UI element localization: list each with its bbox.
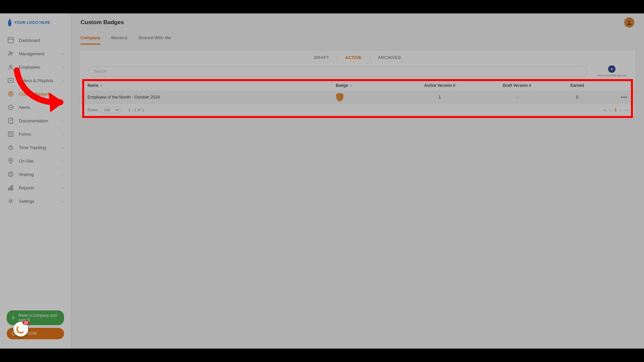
play-icon: [7, 77, 14, 84]
table-header: Name▾ Badge▾ Active Version # Draft Vers…: [79, 80, 636, 90]
sidebar-item-label: Videos & Playlists: [19, 78, 62, 83]
nav: Dashboard Management › Employees › Video…: [0, 32, 71, 306]
main-content: Custom Badges Company Mastery Shared Wit…: [71, 13, 644, 349]
chevron-right-icon: ›: [62, 51, 66, 56]
sidebar-item-reports[interactable]: Reports ›: [0, 181, 71, 194]
badge-icon: [7, 90, 14, 97]
divider: |: [369, 55, 370, 60]
cell-draft-version: -: [477, 95, 557, 100]
sidebar-item-label: Time Tracking: [19, 145, 62, 150]
col-badge-header[interactable]: Badge▾: [336, 83, 403, 88]
shield-icon: [336, 93, 344, 102]
svg-rect-25: [8, 188, 9, 190]
flame-icon: [7, 18, 12, 26]
sidebar-item-label: Employees: [19, 65, 62, 70]
sidebar-item-label: Forms: [19, 132, 62, 137]
pager-last-button[interactable]: »: [625, 107, 628, 113]
more-actions-button[interactable]: •••: [621, 95, 628, 100]
chart-icon: [7, 184, 14, 191]
pager-current-page: 1: [614, 108, 617, 112]
sidebar-item-dashboard[interactable]: Dashboard: [0, 34, 71, 47]
dollar-icon: $: [11, 315, 16, 321]
tabs: Company Mastery Shared With Me: [71, 32, 644, 45]
tab-mastery[interactable]: Mastery: [111, 35, 127, 45]
range-text: 1 - 1 of 1: [128, 108, 144, 112]
svg-point-28: [10, 200, 12, 202]
sidebar: YOUR LOGO HERE Dashboard Management › Em…: [0, 13, 71, 349]
clock-icon: [7, 144, 14, 151]
chevron-right-icon: ›: [62, 118, 66, 123]
logo: YOUR LOGO HERE: [0, 13, 71, 32]
col-earned-header[interactable]: Earned: [557, 83, 597, 88]
sidebar-item-videos[interactable]: Videos & Playlists ›: [0, 74, 71, 87]
users-icon: [7, 50, 14, 57]
svg-point-3: [11, 52, 13, 54]
dashboard-icon: [7, 37, 14, 44]
logo-text: YOUR LOGO HERE: [14, 20, 50, 24]
rows-per-page-select[interactable]: 100: [101, 107, 120, 113]
add-custom-badge-button[interactable]: + ADD CUSTOM BADGE: [597, 65, 627, 77]
avatar[interactable]: [624, 17, 635, 28]
pager: Rows: 100 1 - 1 of 1 « ‹ 1 › »: [79, 104, 636, 116]
status-archived[interactable]: ARCHIVED: [378, 55, 401, 60]
sidebar-item-on-site[interactable]: On-Site ›: [0, 154, 71, 168]
page-title: Custom Badges: [80, 19, 624, 26]
cell-badge: [336, 93, 403, 102]
tab-company[interactable]: Company: [80, 35, 100, 45]
divider: |: [336, 55, 338, 60]
share-icon: [7, 171, 14, 178]
spinner-icon: [16, 325, 25, 334]
pager-first-button[interactable]: «: [603, 107, 606, 113]
svg-rect-27: [12, 185, 13, 190]
sidebar-item-forms[interactable]: Forms ›: [0, 127, 71, 141]
person-icon: [7, 64, 14, 70]
sidebar-item-custom-badges[interactable]: Custom Badges: [0, 87, 71, 101]
col-draft-version-header[interactable]: Draft Version #: [477, 83, 557, 88]
loading-spinner: 22: [13, 322, 28, 337]
chevron-right-icon: ›: [62, 185, 66, 190]
sidebar-item-settings[interactable]: Settings ›: [0, 194, 71, 208]
svg-rect-10: [9, 118, 13, 123]
status-draft[interactable]: DRAFT: [314, 55, 329, 60]
refer-button[interactable]: $ Refer a company and earn $: [7, 310, 64, 325]
sidebar-item-alerts[interactable]: Alerts ›: [0, 101, 71, 114]
form-icon: [7, 131, 14, 137]
sidebar-item-time-tracking[interactable]: Time Tracking ›: [0, 141, 71, 154]
plus-icon: +: [608, 65, 615, 73]
avatar-icon: [626, 19, 632, 25]
svg-point-7: [10, 93, 12, 95]
notification-count: 22: [22, 320, 30, 325]
sidebar-item-label: Documentation: [19, 118, 62, 123]
sidebar-item-sharing[interactable]: Sharing ›: [0, 168, 71, 181]
alert-icon: [7, 104, 14, 111]
sidebar-item-label: Reports: [19, 185, 62, 190]
chevron-right-icon: ›: [62, 199, 66, 204]
table-wrap: Name▾ Badge▾ Active Version # Draft Vers…: [79, 80, 636, 116]
chevron-right-icon: ›: [62, 65, 66, 70]
col-active-version-header[interactable]: Active Version #: [403, 83, 477, 88]
svg-point-2: [9, 52, 11, 54]
col-name-header[interactable]: Name▾: [88, 83, 336, 88]
tab-shared-with-me[interactable]: Shared With Me: [138, 35, 171, 45]
sidebar-item-documentation[interactable]: Documentation ›: [0, 114, 71, 127]
sidebar-item-label: Alerts: [19, 105, 62, 110]
svg-point-24: [10, 173, 11, 174]
chevron-right-icon: ›: [62, 78, 66, 83]
rows-label: Rows:: [88, 108, 99, 112]
sidebar-item-employees[interactable]: Employees ›: [0, 60, 71, 74]
chevron-right-icon: ›: [62, 172, 66, 177]
svg-point-22: [10, 160, 11, 161]
svg-point-30: [628, 20, 630, 22]
status-active[interactable]: ACTIVE: [345, 55, 362, 60]
search-input[interactable]: [88, 66, 587, 76]
sidebar-item-management[interactable]: Management ›: [0, 47, 71, 60]
table-row[interactable]: Employee of the Month - October 2024 1 -…: [79, 90, 636, 104]
svg-rect-0: [8, 38, 13, 43]
pager-next-button[interactable]: ›: [620, 107, 622, 113]
pin-icon: [7, 158, 14, 164]
status-filters: DRAFT | ACTIVE | ARCHIVED: [79, 51, 636, 63]
chevron-down-icon: ▾: [350, 84, 352, 87]
pager-prev-button: ‹: [609, 107, 611, 113]
bottom-pills: $ Refer a company and earn $ TYFOOM: [0, 306, 71, 349]
chevron-down-icon: ▾: [101, 84, 102, 87]
